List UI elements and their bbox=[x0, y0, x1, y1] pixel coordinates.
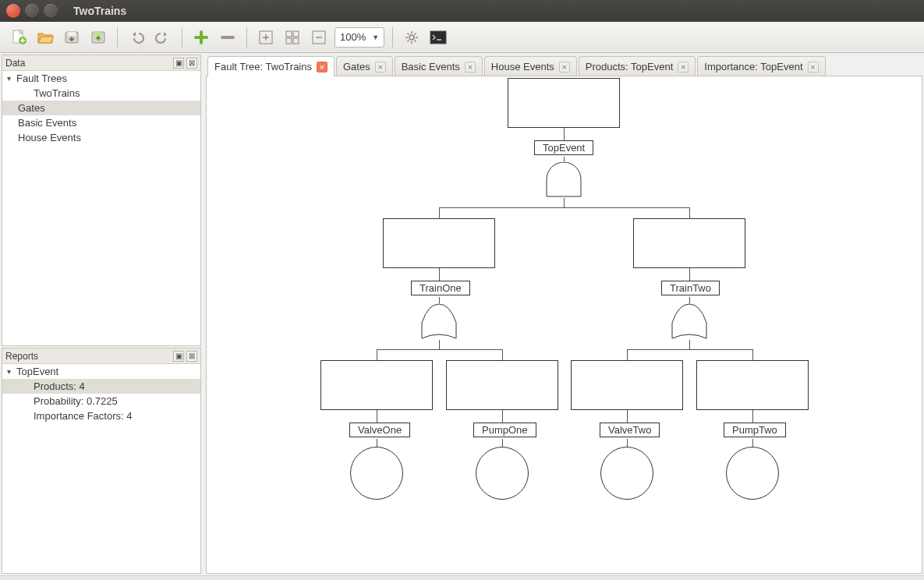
tree-item-importance[interactable]: Importance Factors: 4 bbox=[2, 408, 200, 423]
connector bbox=[627, 349, 628, 360]
reports-panel: Reports ▣ ⊠ ▾TopEvent Products: 4 Probab… bbox=[2, 348, 201, 574]
status-bar bbox=[0, 575, 924, 580]
tree-item-products[interactable]: Products: 4 bbox=[2, 379, 200, 394]
data-panel: Data ▣ ⊠ ▾Fault Trees TwoTrains Gates Ba… bbox=[2, 55, 201, 346]
tree-item-basic-events[interactable]: Basic Events bbox=[2, 115, 200, 130]
node-box-traintwo[interactable] bbox=[633, 218, 745, 268]
toolbar-separator bbox=[392, 27, 393, 48]
svg-rect-5 bbox=[94, 32, 102, 36]
workspace: Data ▣ ⊠ ▾Fault Trees TwoTrains Gates Ba… bbox=[0, 53, 924, 575]
panel-close-button[interactable]: ⊠ bbox=[186, 351, 197, 362]
tree-item-gates[interactable]: Gates bbox=[2, 101, 200, 115]
svg-rect-3 bbox=[68, 32, 76, 36]
connector bbox=[439, 207, 440, 218]
data-panel-header: Data ▣ ⊠ bbox=[2, 55, 200, 71]
reports-tree[interactable]: ▾TopEvent Products: 4 Probability: 0.722… bbox=[2, 364, 200, 573]
tab-close-button[interactable]: × bbox=[808, 62, 819, 72]
connector bbox=[752, 349, 753, 360]
basic-event-pumpone[interactable] bbox=[476, 447, 529, 500]
diagram-canvas[interactable]: TopEvent TrainOne Tr bbox=[206, 76, 922, 574]
panel-detach-button[interactable]: ▣ bbox=[173, 351, 184, 362]
redo-button[interactable] bbox=[152, 27, 174, 48]
panel-close-button[interactable]: ⊠ bbox=[186, 58, 197, 69]
toolbar-separator bbox=[117, 27, 118, 48]
connector bbox=[689, 340, 690, 349]
window-minimize-button[interactable] bbox=[25, 4, 39, 18]
tree-item-topevent[interactable]: ▾TopEvent bbox=[2, 364, 200, 379]
connector bbox=[439, 340, 440, 349]
connector bbox=[564, 128, 565, 140]
connector bbox=[689, 207, 690, 218]
node-label-valvetwo[interactable]: ValveTwo bbox=[600, 423, 660, 437]
tree-item-twotrains[interactable]: TwoTrains bbox=[2, 86, 200, 101]
node-label-pumptwo[interactable]: PumpTwo bbox=[724, 423, 786, 437]
connector bbox=[502, 439, 503, 447]
basic-event-valveone[interactable] bbox=[350, 447, 403, 500]
new-file-button[interactable] bbox=[8, 27, 30, 48]
zoom-out-button[interactable] bbox=[308, 27, 330, 48]
tab-importance[interactable]: Importance: TopEvent× bbox=[697, 56, 825, 76]
remove-button[interactable] bbox=[217, 27, 239, 48]
tab-close-button[interactable]: × bbox=[375, 62, 386, 72]
tab-close-button[interactable]: × bbox=[559, 62, 570, 72]
node-box-topevent[interactable] bbox=[508, 78, 620, 128]
node-box-trainone[interactable] bbox=[383, 218, 495, 268]
svg-rect-7 bbox=[286, 31, 292, 37]
tab-close-button[interactable]: × bbox=[317, 62, 327, 72]
editor-tabbar: Fault Tree: TwoTrains× Gates× Basic Even… bbox=[206, 55, 922, 76]
node-label-valveone[interactable]: ValveOne bbox=[349, 423, 410, 437]
settings-button[interactable] bbox=[401, 27, 423, 48]
basic-event-pumptwo[interactable] bbox=[726, 447, 779, 500]
sidebar: Data ▣ ⊠ ▾Fault Trees TwoTrains Gates Ba… bbox=[0, 53, 203, 575]
connector bbox=[689, 268, 690, 281]
undo-button[interactable] bbox=[126, 27, 147, 48]
terminal-button[interactable] bbox=[427, 27, 449, 48]
node-box-pumpone[interactable] bbox=[446, 360, 558, 410]
window-maximize-button[interactable] bbox=[44, 4, 58, 18]
zoom-level-combo[interactable]: 100% ▼ bbox=[335, 27, 384, 48]
toolbar-separator bbox=[246, 27, 247, 48]
basic-event-valvetwo[interactable] bbox=[600, 447, 653, 500]
tree-item-fault-trees[interactable]: ▾Fault Trees bbox=[2, 71, 200, 86]
connector bbox=[627, 439, 628, 447]
tab-close-button[interactable]: × bbox=[678, 62, 689, 72]
node-label-pumpone[interactable]: PumpOne bbox=[473, 423, 536, 437]
tab-basic-events[interactable]: Basic Events× bbox=[395, 56, 483, 76]
connector bbox=[752, 410, 753, 423]
node-label-traintwo[interactable]: TrainTwo bbox=[661, 281, 720, 295]
reports-panel-header: Reports ▣ ⊠ bbox=[2, 348, 200, 364]
node-box-pumptwo[interactable] bbox=[696, 360, 809, 410]
expand-icon: ▾ bbox=[7, 367, 16, 376]
tab-close-button[interactable]: × bbox=[465, 62, 476, 72]
svg-rect-10 bbox=[293, 38, 299, 44]
zoom-fit-button[interactable] bbox=[281, 27, 303, 48]
tab-house-events[interactable]: House Events× bbox=[484, 56, 577, 76]
zoom-in-button[interactable] bbox=[255, 27, 277, 48]
save-as-button[interactable] bbox=[87, 27, 109, 48]
connector bbox=[377, 439, 377, 447]
node-label-trainone[interactable]: TrainOne bbox=[411, 281, 470, 295]
node-label-topevent[interactable]: TopEvent bbox=[534, 140, 593, 155]
svg-rect-9 bbox=[286, 38, 292, 44]
tab-products[interactable]: Products: TopEvent× bbox=[579, 56, 696, 76]
window-close-button[interactable] bbox=[6, 4, 20, 18]
connector bbox=[502, 410, 503, 423]
data-tree[interactable]: ▾Fault Trees TwoTrains Gates Basic Event… bbox=[2, 71, 200, 345]
and-gate-icon bbox=[543, 162, 584, 198]
tab-gates[interactable]: Gates× bbox=[336, 56, 393, 76]
open-file-button[interactable] bbox=[34, 27, 56, 48]
tree-item-probability[interactable]: Probability: 0.7225 bbox=[2, 394, 200, 408]
window-title: TwoTrains bbox=[73, 5, 126, 17]
connector bbox=[377, 349, 377, 360]
connector bbox=[439, 268, 440, 281]
save-button[interactable] bbox=[61, 27, 83, 48]
tree-item-house-events[interactable]: House Events bbox=[2, 130, 200, 145]
node-box-valvetwo[interactable] bbox=[571, 360, 683, 410]
connector bbox=[377, 410, 377, 423]
connector bbox=[439, 207, 690, 208]
add-button[interactable] bbox=[190, 27, 212, 48]
tab-fault-tree[interactable]: Fault Tree: TwoTrains× bbox=[207, 56, 335, 76]
editor-area: Fault Tree: TwoTrains× Gates× Basic Even… bbox=[203, 53, 924, 575]
panel-detach-button[interactable]: ▣ bbox=[173, 58, 184, 69]
node-box-valveone[interactable] bbox=[320, 360, 433, 410]
